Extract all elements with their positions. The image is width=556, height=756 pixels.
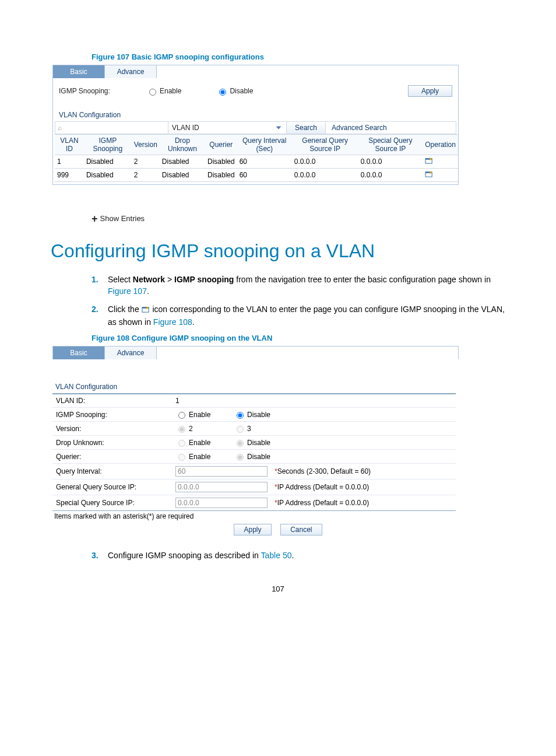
cell-ver: 2 xyxy=(132,169,160,182)
figure-108-caption: Figure 108 Configure IGMP snooping on th… xyxy=(51,334,505,342)
vlan-config-title-108: VLAN Configuration xyxy=(51,377,505,393)
disable-text: Disable xyxy=(230,87,253,95)
edit-icon[interactable] xyxy=(423,169,458,182)
col-querier[interactable]: Querier xyxy=(205,135,237,155)
cell-ver: 2 xyxy=(132,155,160,169)
cell-drop: Disabled xyxy=(160,155,205,169)
tab-basic[interactable]: Basic xyxy=(53,65,105,78)
cell-sq: 0.0.0.0 xyxy=(358,155,423,169)
advanced-search-link[interactable]: Advanced Search xyxy=(326,122,393,134)
col-drop-unknown[interactable]: Drop Unknown xyxy=(160,135,205,155)
plus-icon: + xyxy=(92,215,98,222)
cell-sq: 0.0.0.0 xyxy=(358,169,423,182)
col-general-query-ip[interactable]: General Query Source IP xyxy=(292,135,358,155)
special-query-label: Special Query Source IP: xyxy=(56,499,175,507)
cell-gq: 0.0.0.0 xyxy=(292,155,358,169)
edit-icon xyxy=(142,304,150,316)
cell-querier: Disabled xyxy=(205,169,237,182)
version-2-radio[interactable] xyxy=(178,426,185,433)
vlan-id-value: 1 xyxy=(175,397,180,405)
tab-advance[interactable]: Advance xyxy=(105,346,157,359)
step-3: Configure IGMP snooping as described in … xyxy=(92,550,505,561)
special-query-note: *IP Address (Default = 0.0.0.0) xyxy=(275,499,369,507)
query-interval-label: Query Interval: xyxy=(56,467,175,475)
figure-107-link[interactable]: Figure 107 xyxy=(108,286,147,296)
figure-108-link[interactable]: Figure 108 xyxy=(153,317,192,327)
tabs-108: Basic Advance xyxy=(52,346,459,359)
edit-icon[interactable] xyxy=(423,155,458,169)
tab-spacer xyxy=(157,65,458,78)
search-field-select[interactable]: VLAN ID xyxy=(168,122,287,134)
query-interval-input[interactable] xyxy=(175,466,268,477)
search-row: VLAN ID Search Advanced Search xyxy=(55,121,456,134)
col-version[interactable]: Version xyxy=(132,135,160,155)
enable-radio-input[interactable] xyxy=(149,89,156,96)
tabs-107: Basic Advance xyxy=(52,65,459,78)
tab-spacer xyxy=(157,346,458,359)
show-entries-label: Show Entries xyxy=(100,214,145,223)
tab-advance[interactable]: Advance xyxy=(105,65,157,78)
cell-snoop: Disabled xyxy=(84,169,132,182)
vlan-table: VLAN ID IGMP Snooping Version Drop Unkno… xyxy=(55,134,458,182)
drop-unknown-label: Drop Unknown: xyxy=(56,439,175,447)
igmp-snooping-label: IGMP Snooping: xyxy=(59,87,146,95)
tab-basic[interactable]: Basic xyxy=(53,346,105,359)
required-note: Items marked with an asterisk(*) are req… xyxy=(54,512,505,520)
querier-label: Querier: xyxy=(56,453,175,461)
version-3-radio[interactable] xyxy=(237,426,244,433)
search-select-value: VLAN ID xyxy=(172,124,199,132)
step-2: Click the icon corresponding to the VLAN… xyxy=(92,303,505,328)
apply-button[interactable]: Apply xyxy=(408,85,452,97)
cancel-button[interactable]: Cancel xyxy=(280,524,322,536)
show-entries-toggle[interactable]: + Show Entries xyxy=(92,214,505,223)
cell-vlan: 1 xyxy=(55,155,84,169)
table-50-link[interactable]: Table 50 xyxy=(261,551,292,560)
vlan-config-title: VLAN Configuration xyxy=(53,105,458,121)
igmp-enable-radio[interactable] xyxy=(178,412,185,419)
igmp-snooping-label: IGMP Snooping: xyxy=(56,411,175,419)
querier-disable-radio[interactable] xyxy=(237,454,244,461)
cell-vlan: 999 xyxy=(55,169,84,182)
enable-radio[interactable]: Enable xyxy=(146,87,181,96)
figure-107-caption: Figure 107 Basic IGMP snooping configura… xyxy=(51,52,505,61)
version-label: Version: xyxy=(56,425,175,433)
col-special-query-ip[interactable]: Special Query Source IP xyxy=(358,135,423,155)
disable-radio-input[interactable] xyxy=(219,89,226,96)
general-query-label: General Query Source IP: xyxy=(56,483,175,491)
igmp-disable-radio[interactable] xyxy=(237,412,244,419)
special-query-input[interactable] xyxy=(175,498,268,508)
enable-text: Enable xyxy=(160,87,181,95)
col-igmp-snooping[interactable]: IGMP Snooping xyxy=(84,135,132,155)
page-title: Configuring IGMP snooping on a VLAN xyxy=(51,240,505,262)
cell-querier: Disabled xyxy=(205,155,237,169)
cell-gq: 0.0.0.0 xyxy=(292,169,358,182)
cell-snoop: Disabled xyxy=(84,155,132,169)
chevron-down-icon xyxy=(275,124,283,132)
query-interval-note: *Seconds (2-300, Default = 60) xyxy=(275,467,371,475)
search-button[interactable]: Search xyxy=(287,122,326,134)
querier-enable-radio[interactable] xyxy=(178,454,185,461)
col-operation: Operation xyxy=(423,135,458,155)
cell-intv: 60 xyxy=(237,169,292,182)
table-row: 1 Disabled 2 Disabled Disabled 60 0.0.0.… xyxy=(55,155,458,169)
drop-disable-radio[interactable] xyxy=(237,440,244,447)
cell-intv: 60 xyxy=(237,155,292,169)
vlan-form: VLAN ID: 1 IGMP Snooping: Enable Disable… xyxy=(52,393,456,511)
vlan-id-label: VLAN ID: xyxy=(56,397,175,405)
col-vlan-id[interactable]: VLAN ID xyxy=(55,135,84,155)
table-row: 999 Disabled 2 Disabled Disabled 60 0.0.… xyxy=(55,169,458,182)
drop-enable-radio[interactable] xyxy=(178,440,185,447)
panel-107: IGMP Snooping: Enable Disable Apply VLAN… xyxy=(52,78,459,185)
general-query-input[interactable] xyxy=(175,482,268,492)
disable-radio[interactable]: Disable xyxy=(216,87,253,96)
general-query-note: *IP Address (Default = 0.0.0.0) xyxy=(275,483,369,491)
cell-drop: Disabled xyxy=(160,169,205,182)
apply-button[interactable]: Apply xyxy=(234,524,271,536)
search-input[interactable] xyxy=(55,122,168,134)
page-number: 107 xyxy=(51,584,505,593)
step-1: Select Network > IGMP snooping from the … xyxy=(92,274,505,298)
col-query-interval[interactable]: Query Interval (Sec) xyxy=(237,135,292,155)
